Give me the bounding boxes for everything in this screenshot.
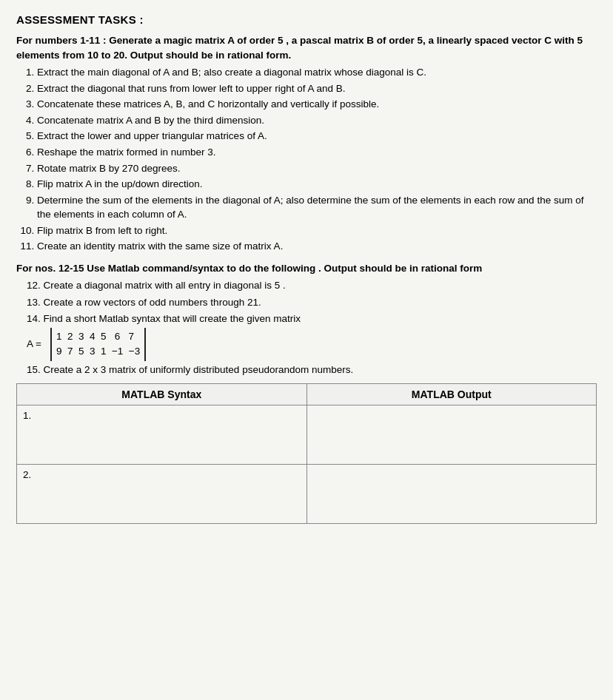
matrix-row-2: 9 7 5 3 1 −1 −3: [56, 344, 140, 359]
list-item: Concatenate these matrices A, B, and C h…: [37, 97, 597, 112]
section2-bold: For nos. 12-15 Use Matlab command/syntax…: [16, 263, 482, 274]
col-header-output: MATLAB Output: [306, 383, 596, 405]
col-header-syntax: MATLAB Syntax: [17, 383, 307, 405]
list-item-12: 12. Create a diagonal matrix with all en…: [27, 278, 597, 293]
list-item: Reshape the matrix formed in number 3.: [37, 145, 597, 160]
row2-syntax: 2.: [17, 464, 307, 523]
row2-output: [306, 464, 596, 523]
list-item-13: 13. Create a row vectors of odd numbers …: [27, 295, 597, 310]
list-item: Flip matrix A in the up/down direction.: [37, 177, 597, 192]
intro-text: For numbers 1-11 : Generate a magic matr…: [16, 33, 597, 62]
list-item: Extract the lower and upper triangular m…: [37, 129, 597, 144]
matrix-display: 1 2 3 4 5 6 7 9 7 5 3 1 −1 −3: [50, 328, 146, 361]
intro-bold: For numbers 1-11 : Generate a magic matr…: [16, 35, 583, 61]
list-item: Create an identity matrix with the same …: [37, 239, 597, 254]
list-item: Concatenate matrix A and B by the third …: [37, 113, 597, 128]
row1-syntax: 1.: [17, 405, 307, 464]
items-list-12-15: 12. Create a diagonal matrix with all en…: [27, 278, 597, 326]
table-row: 1.: [17, 405, 597, 464]
assessment-table: MATLAB Syntax MATLAB Output 1. 2.: [16, 383, 597, 524]
list-item: Extract the diagonal that runs from lowe…: [37, 81, 597, 96]
page: ASSESSMENT TASKS : For numbers 1-11 : Ge…: [0, 0, 613, 700]
matrix-row-1: 1 2 3 4 5 6 7: [56, 329, 140, 344]
list-item: Extract the main diagonal of A and B; al…: [37, 65, 597, 80]
item-15: 15. Create a 2 x 3 matrix of uniformly d…: [27, 363, 597, 377]
list-item: Rotate matrix B by 270 degrees.: [37, 161, 597, 176]
matrix-line: A = 1 2 3 4 5 6 7 9 7 5 3 1 −1 −3: [27, 328, 597, 361]
list-item-14: 14. Find a short Matlab syntax that will…: [27, 312, 597, 326]
table-row: 2.: [17, 464, 597, 523]
list-item: Determine the sum of the elements in the…: [37, 193, 597, 222]
list-item: Flip matrix B from left to right.: [37, 223, 597, 238]
row1-output: [306, 405, 596, 464]
matrix-label: A =: [27, 337, 41, 351]
row2-label: 2.: [23, 465, 31, 480]
page-title: ASSESSMENT TASKS :: [16, 13, 597, 26]
row1-label: 1.: [23, 405, 31, 421]
section2-text: For nos. 12-15 Use Matlab command/syntax…: [16, 261, 597, 276]
items-list-1-11: Extract the main diagonal of A and B; al…: [37, 65, 597, 254]
